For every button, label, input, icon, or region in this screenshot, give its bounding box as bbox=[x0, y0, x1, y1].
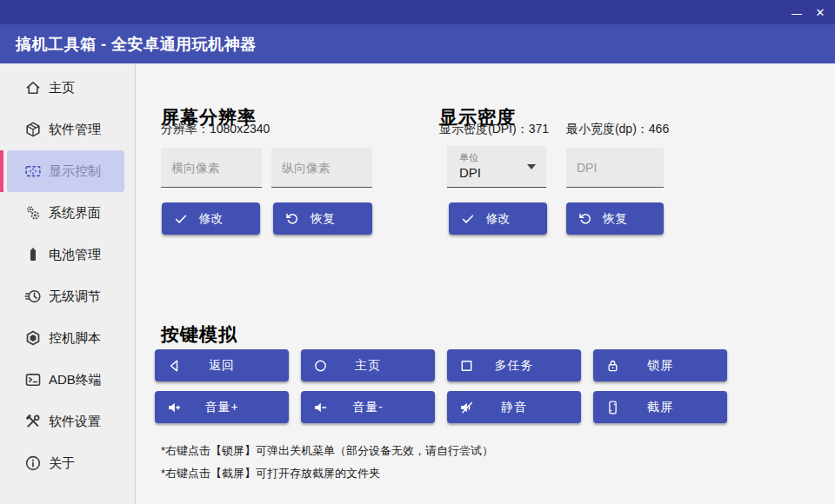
recents-icon bbox=[458, 357, 475, 374]
hexagon-icon bbox=[24, 329, 42, 347]
app-window: — ✕ 搞机工具箱 - 全安卓通用玩机神器 主页软件管理显示控制系统界面电池管理… bbox=[0, 0, 835, 504]
unit-select-label: 单位 bbox=[459, 151, 478, 164]
gears-icon bbox=[24, 204, 42, 222]
sidebar: 主页软件管理显示控制系统界面电池管理无级调节控机脚本ADB终端软件设置关于 bbox=[0, 63, 136, 504]
sidebar-item-app-manager[interactable]: 软件管理 bbox=[0, 109, 135, 150]
min-width-value: 466 bbox=[649, 122, 669, 136]
home-icon bbox=[24, 79, 42, 96]
keysim-row-2: 音量+音量-静音截屏 bbox=[155, 391, 727, 423]
key-button-label: 截屏 bbox=[647, 400, 673, 415]
resolution-modify-button[interactable]: 修改 bbox=[162, 202, 260, 235]
app-title: 搞机工具箱 - 全安卓通用玩机神器 bbox=[16, 34, 257, 55]
check-icon bbox=[173, 211, 189, 227]
terminal-icon bbox=[24, 371, 42, 388]
sidebar-item-label: 主页 bbox=[49, 80, 75, 96]
sidebar-item-label: 关于 bbox=[49, 455, 75, 472]
info-icon bbox=[24, 454, 42, 472]
close-button[interactable]: ✕ bbox=[808, 0, 832, 24]
screenshot-icon bbox=[605, 399, 621, 415]
key-button-label: 音量+ bbox=[204, 400, 238, 415]
resolution-restore-label: 恢复 bbox=[311, 211, 335, 227]
key-button-label: 锁屏 bbox=[647, 358, 673, 374]
lock-icon bbox=[605, 357, 621, 374]
width-pixels-input[interactable] bbox=[161, 148, 262, 188]
sidebar-item-home[interactable]: 主页 bbox=[0, 67, 135, 109]
resolution-restore-button[interactable]: 恢复 bbox=[273, 202, 372, 235]
unit-select-value: DPI bbox=[459, 165, 481, 180]
main-area: 主页软件管理显示控制系统界面电池管理无级调节控机脚本ADB终端软件设置关于 屏幕… bbox=[0, 63, 835, 504]
key-button-label: 静音 bbox=[501, 400, 527, 415]
sidebar-item-stepless-adjust[interactable]: 无级调节 bbox=[0, 275, 135, 317]
sidebar-item-label: 软件设置 bbox=[49, 414, 101, 430]
back-icon bbox=[166, 357, 183, 374]
sidebar-item-display-control[interactable]: 显示控制 bbox=[7, 150, 124, 192]
display-icon bbox=[24, 162, 42, 180]
density-modify-button[interactable]: 修改 bbox=[449, 202, 547, 235]
sidebar-item-label: 软件管理 bbox=[49, 122, 101, 138]
density-restore-label: 恢复 bbox=[603, 211, 627, 227]
content-area: 屏幕分辨率 分辨率：1080x2340 修改 恢复 显示密度 显示密度(DPI)… bbox=[136, 63, 835, 504]
tune-clock-icon bbox=[24, 288, 42, 305]
restore-icon bbox=[284, 211, 300, 227]
height-pixels-input[interactable] bbox=[271, 148, 372, 188]
keysim-row-1: 返回主页多任务锁屏 bbox=[155, 349, 727, 381]
volume-up-icon bbox=[166, 399, 183, 415]
sidebar-item-app-settings[interactable]: 软件设置 bbox=[0, 401, 135, 442]
back-button[interactable]: 返回 bbox=[155, 349, 289, 381]
mute-button[interactable]: 静音 bbox=[447, 391, 581, 423]
tools-icon bbox=[24, 413, 42, 430]
dpi-label: 显示密度(DPI)： bbox=[439, 122, 529, 136]
package-icon bbox=[24, 121, 42, 138]
app-header: 搞机工具箱 - 全安卓通用玩机神器 bbox=[0, 24, 835, 63]
resolution-value: 1080x2340 bbox=[210, 122, 270, 136]
volume-down-button[interactable]: 音量- bbox=[301, 391, 435, 423]
chevron-down-icon bbox=[527, 164, 536, 169]
sidebar-item-label: 控机脚本 bbox=[49, 330, 101, 347]
sidebar-item-system-ui[interactable]: 系统界面 bbox=[0, 192, 135, 234]
home-circle-icon bbox=[312, 357, 329, 374]
sidebar-item-label: 系统界面 bbox=[49, 205, 101, 222]
dpi-value: 371 bbox=[529, 122, 549, 136]
sidebar-item-battery-manager[interactable]: 电池管理 bbox=[0, 234, 135, 275]
lock-screen-button[interactable]: 锁屏 bbox=[593, 349, 727, 381]
sidebar-item-adb-terminal[interactable]: ADB终端 bbox=[0, 359, 135, 401]
screenshot-button[interactable]: 截屏 bbox=[593, 391, 727, 423]
resolution-modify-label: 修改 bbox=[199, 211, 224, 227]
sidebar-item-label: 无级调节 bbox=[49, 288, 101, 305]
battery-icon bbox=[24, 246, 42, 263]
density-modify-label: 修改 bbox=[486, 211, 511, 227]
volume-up-button[interactable]: 音量+ bbox=[155, 391, 289, 423]
titlebar: — ✕ bbox=[0, 0, 835, 24]
screenshot-note: *右键点击【截屏】可打开存放截屏的文件夹 bbox=[161, 466, 380, 481]
resolution-info: 分辨率：1080x2340 bbox=[161, 122, 270, 137]
minimize-button[interactable]: — bbox=[785, 2, 809, 26]
sidebar-item-label: ADB终端 bbox=[49, 372, 102, 388]
mute-icon bbox=[458, 399, 475, 415]
dpi-input[interactable] bbox=[566, 148, 664, 188]
min-width-label: 最小宽度(dp)： bbox=[566, 122, 649, 136]
key-button-label: 音量- bbox=[352, 400, 384, 415]
selected-indicator bbox=[0, 150, 3, 192]
sidebar-item-control-script[interactable]: 控机脚本 bbox=[0, 317, 135, 359]
resolution-label: 分辨率： bbox=[161, 122, 210, 136]
sidebar-item-label: 显示控制 bbox=[49, 163, 101, 180]
lockscreen-note: *右键点击【锁屏】可弹出关机菜单（部分设备无效，请自行尝试） bbox=[161, 443, 493, 459]
volume-down-icon bbox=[312, 399, 329, 415]
key-button-label: 返回 bbox=[209, 358, 235, 374]
unit-select[interactable]: 单位 DPI bbox=[447, 146, 546, 188]
key-button-label: 主页 bbox=[355, 358, 381, 374]
check-icon bbox=[460, 211, 476, 227]
density-restore-button[interactable]: 恢复 bbox=[566, 202, 664, 235]
recents-button[interactable]: 多任务 bbox=[447, 349, 581, 381]
key-button-label: 多任务 bbox=[495, 358, 534, 374]
home-button[interactable]: 主页 bbox=[301, 349, 435, 381]
sidebar-item-about[interactable]: 关于 bbox=[0, 442, 135, 484]
key-simulation-title: 按键模拟 bbox=[161, 322, 237, 347]
sidebar-item-label: 电池管理 bbox=[49, 247, 101, 263]
density-info: 显示密度(DPI)：371 最小宽度(dp)：466 bbox=[439, 122, 669, 137]
restore-icon bbox=[578, 211, 593, 227]
